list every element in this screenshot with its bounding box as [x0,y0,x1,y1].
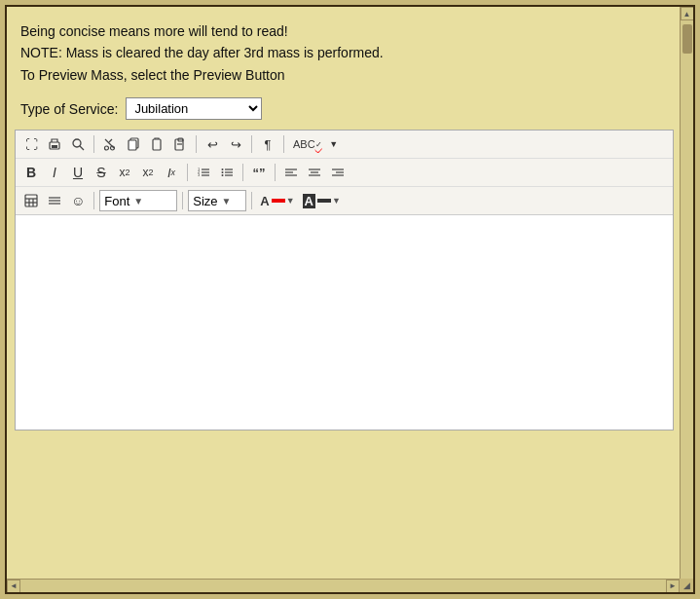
separator-4 [283,135,284,153]
paragraph-button[interactable]: ¶ [257,133,278,155]
bg-color-arrow: ▼ [332,196,341,206]
redo-button[interactable]: ↪ [225,133,246,155]
info-section: Being concise means more will tend to re… [7,7,693,130]
paste-button[interactable] [146,133,167,155]
separator-10 [251,192,252,209]
svg-rect-9 [129,140,136,150]
svg-line-7 [109,139,112,142]
align-left-button[interactable] [280,162,302,183]
scroll-thumb[interactable] [682,24,692,54]
resize-handle[interactable]: ◢ [680,579,693,592]
emoji-button[interactable]: ☺ [67,190,89,211]
separator-9 [182,192,183,209]
size-dropdown-arrow: ▼ [222,196,232,206]
toolbar: ⛶ [16,131,673,215]
info-line3: To Preview Mass, select the Preview Butt… [20,64,674,86]
info-line1: Being concise means more will tend to re… [20,20,674,42]
strikethrough-button[interactable]: S [91,162,112,183]
separator-8 [93,192,94,209]
horizontal-rule-button[interactable] [44,190,65,211]
blockquote-button[interactable]: “” [248,162,270,183]
font-color-arrow: ▼ [286,196,295,206]
scroll-right-button[interactable]: ► [666,580,680,593]
cut-button[interactable] [99,133,121,155]
separator-5 [187,164,188,181]
svg-line-3 [80,146,84,150]
svg-point-25 [222,174,224,176]
separator-1 [93,135,94,153]
scroll-up-button[interactable]: ▲ [681,7,694,20]
size-selector[interactable]: Size ▼ [188,190,246,211]
font-color-button[interactable]: A ▼ [257,190,297,211]
superscript-button[interactable]: x2 [137,162,159,183]
service-select[interactable]: Jubilation Standard Special Holiday [126,97,262,120]
scroll-left-button[interactable]: ◄ [7,580,20,593]
separator-7 [275,164,276,181]
svg-rect-10 [153,139,161,150]
undo-button[interactable]: ↩ [202,133,223,155]
paste-special-button[interactable] [169,133,191,155]
fullscreen-button[interactable]: ⛶ [20,133,42,155]
subscript-button[interactable]: x2 [114,162,135,183]
toolbar-row-3: ☺ Font ▼ Size ▼ A ▼ A [16,187,673,214]
align-right-button[interactable] [327,162,349,183]
italic-button[interactable]: I [44,162,65,183]
size-label: Size [193,194,217,208]
editor-container: ⛶ [15,130,674,431]
toolbar-row-2: B I U S x2 x2 Ix 1 2 3 [16,159,673,187]
align-center-button[interactable] [304,162,325,183]
vertical-scrollbar[interactable]: ▲ [680,7,693,594]
spellcheck-button[interactable]: ABC✓ [289,133,326,155]
main-container: ▲ Being concise means more will tend to … [5,5,695,594]
svg-rect-1 [52,145,57,148]
copy-button[interactable] [123,133,144,155]
font-selector[interactable]: Font ▼ [99,190,177,211]
separator-6 [242,164,243,181]
italic-x-button[interactable]: Ix [161,162,182,183]
svg-rect-35 [25,195,37,206]
bg-color-button[interactable]: A ▼ [300,190,344,211]
bg-color-icon: A [303,194,315,208]
underline-button[interactable]: U [67,162,89,183]
font-label: Font [104,194,129,208]
svg-text:3: 3 [198,172,201,177]
svg-point-23 [222,168,224,170]
svg-point-5 [105,146,109,150]
svg-line-4 [105,139,114,148]
font-dropdown-arrow: ▼ [133,196,143,206]
svg-point-24 [222,171,224,173]
svg-point-2 [73,139,81,147]
editor-area[interactable] [16,215,673,430]
unordered-list-button[interactable] [216,162,238,183]
search-button[interactable] [67,133,89,155]
print-button[interactable] [44,133,65,155]
font-color-icon: A [260,194,269,208]
font-color-bar [272,199,285,203]
bg-color-bar [317,199,331,203]
separator-2 [196,135,197,153]
separator-3 [251,135,252,153]
info-line2: NOTE: Mass is cleared the day after 3rd … [20,42,674,63]
ordered-list-button[interactable]: 1 2 3 [193,162,214,183]
bold-button[interactable]: B [20,162,42,183]
toolbar-row-1: ⛶ [16,131,673,159]
table-button[interactable] [20,190,42,211]
spellcheck-arrow-button[interactable]: ▼ [328,133,340,155]
service-label: Type of Service: [20,101,118,117]
service-row: Type of Service: Jubilation Standard Spe… [20,97,674,120]
horizontal-scrollbar[interactable]: ◄ ► [7,579,680,592]
